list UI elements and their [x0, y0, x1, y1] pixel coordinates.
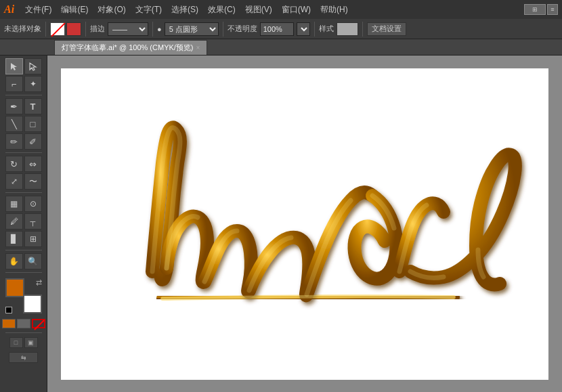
app-logo: Ai — [4, 3, 14, 16]
text-icon: T — [30, 102, 36, 112]
change-screen-btn[interactable]: ⇆ — [9, 352, 38, 363]
title-bar: Ai 文件(F) 编辑(E) 对象(O) 文字(T) 选择(S) 效果(C) 视… — [0, 0, 562, 19]
tool-separator-1 — [5, 95, 42, 95]
opacity-select[interactable] — [297, 22, 310, 36]
point-size-select[interactable]: 5 点圆形 — [165, 22, 219, 36]
line-tool-btn[interactable]: ╲ — [5, 116, 23, 132]
color-mode-btn[interactable] — [2, 319, 16, 328]
no-selection-label: 未选择对象 — [4, 24, 41, 34]
swap-colors-icon[interactable]: ⇄ — [36, 278, 42, 287]
pen-tool-btn[interactable]: ✒ — [5, 98, 23, 114]
full-view-btn[interactable]: ▣ — [24, 337, 38, 348]
graph-tool-btn[interactable]: ▊ — [5, 231, 23, 247]
menu-window[interactable]: 窗口(W) — [278, 3, 315, 17]
measure-tool-btn[interactable]: ┬ — [24, 213, 42, 230]
menu-type[interactable]: 文字(T) — [131, 3, 166, 17]
pencil-tool-btn[interactable]: ✐ — [24, 133, 42, 150]
tool-row-eye: 🖉 ┬ — [5, 213, 42, 230]
menu-select[interactable]: 选择(S) — [167, 3, 202, 17]
toolbar: ⌐ ✦ ✒ T ╲ □ ✏ — [0, 56, 47, 392]
arrange-btn[interactable]: ≡ — [547, 4, 558, 15]
tab-close-button[interactable]: × — [196, 44, 200, 51]
direct-selection-tool-btn[interactable] — [24, 58, 42, 74]
menu-view[interactable]: 视图(V) — [241, 3, 276, 17]
separator-6 — [362, 22, 363, 37]
slice-tool-btn[interactable]: ⊞ — [24, 231, 42, 247]
lettering-svg — [74, 95, 535, 353]
blend-icon: ⊙ — [30, 199, 37, 209]
svg-marker-0 — [11, 63, 17, 70]
warp-tool-btn[interactable]: 〜 — [24, 173, 42, 190]
eyedropper-tool-btn[interactable]: 🖉 — [5, 213, 23, 230]
brush-icon: ✏ — [10, 137, 18, 147]
warp-icon: 〜 — [29, 176, 37, 188]
menu-file[interactable]: 文件(F) — [21, 3, 56, 17]
menu-help[interactable]: 帮助(H) — [316, 3, 352, 17]
opacity-input[interactable] — [260, 22, 294, 36]
hand-icon: ✋ — [9, 257, 19, 266]
doc-settings-button[interactable]: 文档设置 — [367, 22, 406, 36]
stroke-color-swatch[interactable] — [66, 22, 81, 36]
gradient-mode-btn[interactable] — [17, 319, 30, 328]
tool-separator-4 — [5, 250, 42, 251]
rotate-tool-btn[interactable]: ↻ — [5, 156, 23, 172]
zoom-tool-btn[interactable]: 🔍 — [24, 253, 42, 269]
tool-separator-3 — [5, 192, 42, 193]
none-mode-btn[interactable] — [32, 319, 45, 328]
separator-3 — [152, 22, 153, 37]
stroke-type-select[interactable]: —— — [108, 22, 148, 36]
lasso-icon: ⌐ — [12, 79, 17, 89]
point-size-label: ● — [157, 25, 162, 33]
opacity-label: 不透明度 — [228, 24, 257, 34]
scale-tool-btn[interactable]: ⤢ — [5, 173, 23, 190]
graph-icon: ▊ — [11, 234, 17, 244]
tool-row-rotate: ↻ ⇔ — [5, 156, 42, 172]
workspace-btn[interactable]: ⊞ — [524, 4, 546, 15]
foreground-color-box[interactable] — [5, 278, 24, 297]
pen-icon: ✒ — [10, 102, 18, 112]
eyedropper-icon: 🖉 — [10, 217, 18, 226]
tool-row-brush: ✏ ✐ — [5, 133, 42, 150]
menu-effect[interactable]: 效果(C) — [204, 3, 240, 17]
selection-tool-btn[interactable] — [5, 58, 23, 74]
style-swatch[interactable] — [337, 22, 358, 36]
color-area: ⇄ — [5, 278, 42, 313]
style-label: 样式 — [319, 24, 334, 34]
separator-2 — [85, 22, 86, 37]
normal-view-btn[interactable]: □ — [9, 337, 23, 348]
tab-label: 灯管字体临摹.ai* @ 100% (CMYK/预览) — [62, 43, 194, 53]
pencil-icon: ✐ — [29, 137, 37, 147]
tool-separator-2 — [5, 152, 42, 153]
tool-row-select — [5, 58, 42, 74]
document-tab[interactable]: 灯管字体临摹.ai* @ 100% (CMYK/预览) × — [54, 40, 207, 55]
stroke-label: 描边 — [90, 24, 105, 34]
default-colors-icon[interactable] — [5, 307, 12, 313]
text-tool-btn[interactable]: T — [24, 98, 42, 114]
hand-tool-btn[interactable]: ✋ — [5, 253, 23, 269]
reflect-tool-btn[interactable]: ⇔ — [24, 156, 42, 172]
gradient-tool-btn[interactable]: ▦ — [5, 196, 23, 212]
view-mode-row: □ ▣ — [9, 337, 38, 348]
shape-tool-btn[interactable]: □ — [24, 116, 42, 132]
menu-edit[interactable]: 编辑(E) — [57, 3, 92, 17]
menu-object[interactable]: 对象(O) — [93, 3, 129, 17]
tool-row-lasso: ⌐ ✦ — [5, 76, 42, 92]
document-canvas — [61, 68, 548, 380]
separator-4 — [223, 22, 223, 37]
tool-row-graph: ▊ ⊞ — [5, 231, 42, 247]
magic-wand-btn[interactable]: ✦ — [24, 76, 42, 92]
reflect-icon: ⇔ — [29, 159, 37, 169]
measure-icon: ┬ — [30, 217, 36, 225]
options-bar: 未选择对象 描边 —— ● 5 点圆形 不透明度 样式 文档设置 — [0, 19, 562, 39]
tab-bar: 灯管字体临摹.ai* @ 100% (CMYK/预览) × — [0, 39, 562, 56]
background-color-box[interactable] — [23, 295, 42, 313]
tool-row-scale: ⤢ 〜 — [5, 173, 42, 190]
brush-tool-btn[interactable]: ✏ — [5, 133, 23, 150]
fill-color-swatch[interactable] — [50, 22, 65, 36]
blend-tool-btn[interactable]: ⊙ — [24, 196, 42, 212]
tool-row-gradient: ▦ ⊙ — [5, 196, 42, 212]
screen-mode-row: ⇆ — [9, 352, 38, 363]
separator-1 — [45, 22, 46, 37]
magic-wand-icon: ✦ — [30, 79, 37, 89]
lasso-tool-btn[interactable]: ⌐ — [5, 76, 23, 92]
